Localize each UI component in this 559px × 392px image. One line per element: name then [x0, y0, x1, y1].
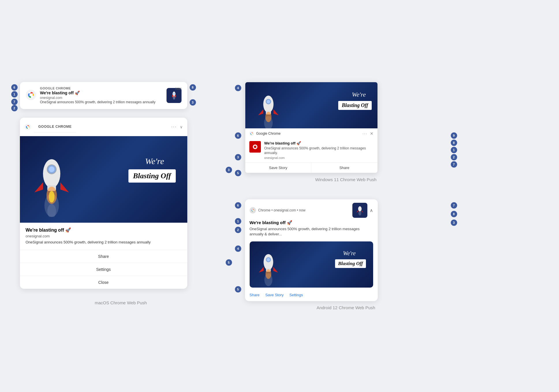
badge-5-win: 5: [235, 170, 241, 176]
close-button[interactable]: Close: [20, 276, 187, 289]
small-notif-title: We're blasting off 🚀: [40, 91, 162, 95]
android-caption: Android 12 Chrome Web Push: [245, 305, 447, 310]
badge-5-and: 5: [235, 286, 241, 292]
badge-7-and: 7: [451, 202, 457, 209]
settings-button[interactable]: Settings: [20, 263, 187, 276]
large-notif-url: onesignal.com: [26, 234, 182, 238]
large-notif-image: We're Blasting Off: [20, 136, 187, 223]
small-notif-source: GOOGLE CHROME: [40, 87, 162, 90]
win-notif-content: We're blasting off 🚀 OneSignal announces…: [264, 141, 373, 160]
badge-3: 3: [190, 99, 196, 106]
blasting-off-banner-large: Blasting Off: [128, 169, 176, 183]
android-blasting-off: Blasting Off: [335, 259, 366, 268]
svg-point-33: [252, 209, 253, 211]
android-header: Chrome • onesignal.com • now: [245, 199, 378, 220]
svg-point-9: [173, 96, 175, 100]
android-big-image: We're Blasting Off: [250, 241, 373, 288]
badge-5-large: 5: [226, 259, 232, 266]
large-notif-title: We're blasting off 🚀: [26, 227, 182, 233]
rocket-image: [29, 139, 75, 217]
svg-point-17: [49, 166, 55, 172]
windows-caption: Windows 11 Chrome Web Push: [245, 177, 447, 182]
options-dots[interactable]: ···: [171, 124, 177, 130]
badge-1-and: 1: [235, 218, 241, 224]
collapse-chevron[interactable]: ∨: [180, 125, 183, 129]
badge-7: 7: [11, 99, 18, 105]
windows-notification: We're Blasting Off: [245, 82, 378, 173]
win-body: We're blasting off 🚀 OneSignal announces…: [245, 139, 377, 163]
win-we-re: We're: [352, 91, 366, 98]
chrome-icon: [26, 90, 36, 101]
badge-2-win: 2: [451, 154, 457, 160]
main-container: GOOGLE CHROME We're blasting off 🚀 onesi…: [20, 82, 539, 310]
android-expand-chevron[interactable]: ∧: [370, 208, 373, 213]
badge-6: 6: [11, 84, 18, 91]
macos-small-notif-section: GOOGLE CHROME We're blasting off 🚀 onesi…: [20, 82, 222, 109]
android-section: Chrome • onesignal.com • now: [245, 199, 447, 310]
win-save-story-btn[interactable]: Save Story: [245, 163, 312, 173]
win-notif-title: We're blasting off 🚀: [264, 141, 373, 145]
right-column: We're Blasting Off: [245, 82, 447, 310]
win-notif-url: onesignal.com: [264, 156, 373, 160]
macos-large-notif-section: GOOGLE CHROME ··· ∨: [20, 118, 222, 289]
badge-4-win: 4: [235, 85, 241, 91]
we-re-text-large: We're: [145, 156, 164, 166]
badge-2-and: 2: [235, 227, 241, 233]
macos-small-notif-content: GOOGLE CHROME We're blasting off 🚀 onesi…: [40, 87, 162, 105]
svg-point-20: [49, 191, 55, 202]
badge-3-and: 3: [451, 220, 457, 226]
win-share-btn[interactable]: Share: [311, 163, 377, 173]
android-thumb-image: [354, 205, 366, 216]
chrome-icon-win: [249, 131, 254, 136]
badge-6-and: 6: [235, 202, 241, 209]
macos-caption: macOS Chrome Web Push: [20, 300, 222, 305]
macos-column: GOOGLE CHROME We're blasting off 🚀 onesi…: [20, 82, 222, 305]
android-body: We're blasting off 🚀 OneSignal announces…: [245, 220, 378, 239]
large-notif-source: GOOGLE CHROME: [34, 121, 76, 132]
android-notification: Chrome • onesignal.com • now: [245, 199, 378, 301]
badge-1-win: 1: [451, 147, 457, 153]
small-notif-body: OneSignal announces 500% growth, deliver…: [40, 100, 162, 105]
macos-large-notification: GOOGLE CHROME ··· ∨: [20, 118, 187, 289]
android-settings-btn[interactable]: Settings: [289, 293, 303, 297]
macos-small-notification: GOOGLE CHROME We're blasting off 🚀 onesi…: [20, 82, 187, 109]
win-big-image: We're Blasting Off: [245, 82, 377, 128]
win-app-logo: [249, 141, 261, 153]
badge-3-large: 3: [226, 167, 232, 173]
large-notif-actions: Share Settings Close: [20, 250, 187, 289]
badge-7-win: 7: [451, 161, 457, 168]
android-share-btn[interactable]: Share: [250, 293, 260, 297]
badge-8-and: 8: [451, 211, 457, 217]
onesignal-logo-win: [251, 143, 259, 151]
android-source-text: Chrome • onesignal.com • now: [258, 208, 306, 212]
badge-8-win: 8: [451, 140, 457, 146]
small-notif-url: onesignal.com: [40, 96, 162, 100]
svg-point-37: [358, 211, 361, 215]
win-rocket: [251, 84, 286, 130]
badge-9-win: 9: [451, 132, 457, 139]
share-button[interactable]: Share: [20, 250, 187, 263]
badge-6-win: 6: [235, 132, 241, 139]
badge-2: 2: [11, 105, 18, 111]
win-header: Google Chrome ··· ✕: [245, 128, 377, 139]
android-notif-body: OneSignal announces 500% growth, deliver…: [250, 226, 373, 237]
chrome-icon-android: [250, 208, 255, 213]
svg-point-31: [254, 146, 256, 148]
windows-notif-wrapper: We're Blasting Off: [245, 82, 447, 173]
large-notif-header: GOOGLE CHROME ··· ∨: [20, 118, 187, 136]
large-notif-body: We're blasting off 🚀 onesignal.com OneSi…: [20, 223, 187, 250]
android-app-logo: [250, 207, 256, 213]
win-notif-body: OneSignal announces 500% growth, deliver…: [264, 146, 373, 156]
win-close[interactable]: ✕: [370, 131, 373, 136]
win-source: Google Chrome: [256, 132, 281, 136]
badge-1: 1: [11, 91, 18, 97]
android-rocket: [254, 243, 283, 286]
win-dots[interactable]: ···: [362, 131, 368, 136]
windows-section: We're Blasting Off: [245, 82, 447, 182]
android-save-story-btn[interactable]: Save Story: [265, 293, 284, 297]
large-notif-body-text: OneSignal announces 500% growth, deliver…: [26, 239, 182, 245]
svg-point-41: [267, 258, 270, 261]
svg-point-28: [251, 133, 252, 134]
svg-point-43: [266, 269, 271, 279]
win-actions: Save Story Share: [245, 162, 377, 173]
